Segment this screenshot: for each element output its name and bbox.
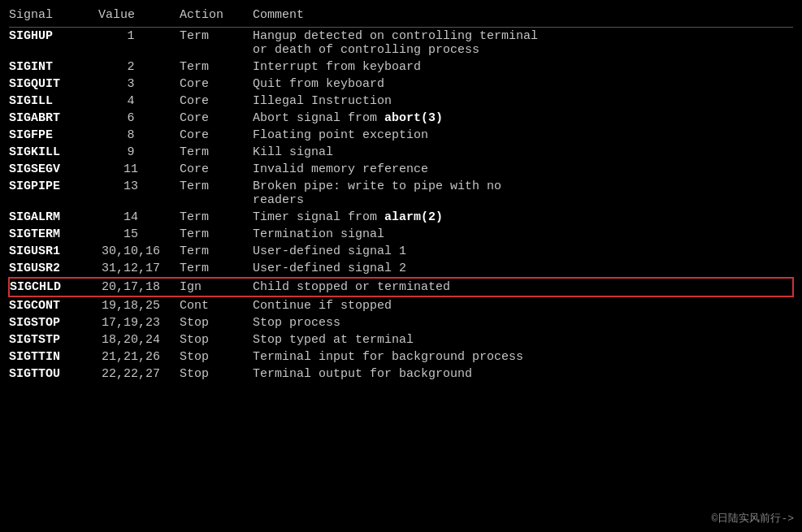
signal-name: SIGALRM [9, 209, 98, 226]
table-row: SIGILL4CoreIllegal Instruction [9, 93, 793, 110]
signal-value: 4 [98, 93, 180, 110]
signal-value: 30,10,16 [98, 243, 180, 260]
signal-comment: Continue if stopped [253, 296, 793, 314]
table-row: SIGSEGV11CoreInvalid memory reference [9, 161, 793, 178]
signal-value: 21,21,26 [98, 348, 180, 365]
table-row: SIGCONT19,18,25ContContinue if stopped [9, 296, 793, 314]
signal-comment: Stop typed at terminal [253, 331, 793, 348]
signal-value: 17,19,23 [98, 314, 180, 331]
signal-action: Stop [180, 348, 253, 365]
table-row: SIGFPE8CoreFloating point exception [9, 127, 793, 144]
signal-value: 11 [98, 161, 180, 178]
table-row: SIGTERM15TermTermination signal [9, 226, 793, 243]
table-header-row: Signal Value Action Comment [9, 6, 793, 28]
table-row: SIGINT2TermInterrupt from keyboard [9, 58, 793, 76]
signal-name: SIGSEGV [9, 161, 98, 178]
table-row: SIGHUP1TermHangup detected on controllin… [9, 28, 793, 59]
signal-name: SIGKILL [9, 144, 98, 161]
signal-value: 1 [98, 28, 180, 59]
signal-name: SIGTERM [9, 226, 98, 243]
signal-action: Core [180, 161, 253, 178]
signal-comment: Illegal Instruction [253, 93, 793, 110]
signal-comment: Abort signal from abort(3) [253, 110, 793, 127]
signal-comment: Stop process [253, 314, 793, 331]
signal-name: SIGINT [9, 58, 98, 76]
signal-value: 9 [98, 144, 180, 161]
signal-action: Core [180, 127, 253, 144]
signal-value: 20,17,18 [98, 278, 180, 296]
signal-name: SIGABRT [9, 110, 98, 127]
signal-name: SIGFPE [9, 127, 98, 144]
signal-name: SIGUSR1 [9, 243, 98, 260]
signal-action: Core [180, 76, 253, 93]
signal-action: Term [180, 144, 253, 161]
signal-comment: User-defined signal 2 [253, 260, 793, 278]
table-row: SIGSTOP17,19,23StopStop process [9, 314, 793, 331]
signal-comment: Terminal output for background [253, 365, 793, 383]
signal-action: Stop [180, 331, 253, 348]
signal-value: 31,12,17 [98, 260, 180, 278]
table-row: SIGTSTP18,20,24StopStop typed at termina… [9, 331, 793, 348]
header-action: Action [180, 6, 253, 28]
signal-name: SIGPIPE [9, 178, 98, 209]
table-row: SIGUSR231,12,17TermUser-defined signal 2 [9, 260, 793, 278]
signal-action: Ign [180, 278, 253, 296]
signal-value: 6 [98, 110, 180, 127]
signal-value: 2 [98, 58, 180, 76]
table-row: SIGCHLD20,17,18IgnChild stopped or termi… [9, 278, 793, 296]
signal-table: Signal Value Action Comment SIGHUP1TermH… [8, 6, 794, 383]
table-row: SIGQUIT3CoreQuit from keyboard [9, 76, 793, 93]
signal-comment: Termination signal [253, 226, 793, 243]
signal-value: 15 [98, 226, 180, 243]
signal-comment: Invalid memory reference [253, 161, 793, 178]
signal-action: Term [180, 28, 253, 59]
signal-comment: Broken pipe: write to pipe with no reade… [253, 178, 793, 209]
signal-action: Term [180, 243, 253, 260]
signal-value: 13 [98, 178, 180, 209]
signal-comment: Kill signal [253, 144, 793, 161]
signal-name: SIGSTOP [9, 314, 98, 331]
table-row: SIGKILL9TermKill signal [9, 144, 793, 161]
signal-value: 3 [98, 76, 180, 93]
signal-name: SIGILL [9, 93, 98, 110]
signal-action: Core [180, 110, 253, 127]
signal-value: 22,22,27 [98, 365, 180, 383]
watermark: ©日陆实风前行-> [712, 511, 794, 526]
table-row: SIGUSR130,10,16TermUser-defined signal 1 [9, 243, 793, 260]
signal-comment: Terminal input for background process [253, 348, 793, 365]
signal-value: 14 [98, 209, 180, 226]
table-row: SIGABRT6CoreAbort signal from abort(3) [9, 110, 793, 127]
signal-action: Stop [180, 365, 253, 383]
table-body: SIGHUP1TermHangup detected on controllin… [9, 28, 793, 383]
signal-action: Term [180, 260, 253, 278]
signal-comment: Floating point exception [253, 127, 793, 144]
signal-name: SIGHUP [9, 28, 98, 59]
signal-action: Term [180, 58, 253, 76]
signal-name: SIGCHLD [9, 278, 98, 296]
signal-action: Cont [180, 296, 253, 314]
table-row: SIGPIPE13TermBroken pipe: write to pipe … [9, 178, 793, 209]
signal-action: Core [180, 93, 253, 110]
signal-name: SIGQUIT [9, 76, 98, 93]
header-value: Value [98, 6, 180, 28]
signal-name: SIGCONT [9, 296, 98, 314]
signal-action: Term [180, 178, 253, 209]
signal-comment: Interrupt from keyboard [253, 58, 793, 76]
signal-comment: Child stopped or terminated [253, 278, 793, 296]
table-row: SIGTTOU22,22,27StopTerminal output for b… [9, 365, 793, 383]
signal-value: 18,20,24 [98, 331, 180, 348]
signal-name: SIGTTIN [9, 348, 98, 365]
table-row: SIGALRM14TermTimer signal from alarm(2) [9, 209, 793, 226]
signal-name: SIGTTOU [9, 365, 98, 383]
signal-name: SIGTSTP [9, 331, 98, 348]
signal-value: 19,18,25 [98, 296, 180, 314]
header-comment: Comment [253, 6, 793, 28]
signal-action: Stop [180, 314, 253, 331]
signal-name: SIGUSR2 [9, 260, 98, 278]
signal-action: Term [180, 209, 253, 226]
table-row: SIGTTIN21,21,26StopTerminal input for ba… [9, 348, 793, 365]
signal-comment: Hangup detected on controlling terminal … [253, 28, 793, 59]
signal-action: Term [180, 226, 253, 243]
signal-comment: User-defined signal 1 [253, 243, 793, 260]
header-signal: Signal [9, 6, 98, 28]
